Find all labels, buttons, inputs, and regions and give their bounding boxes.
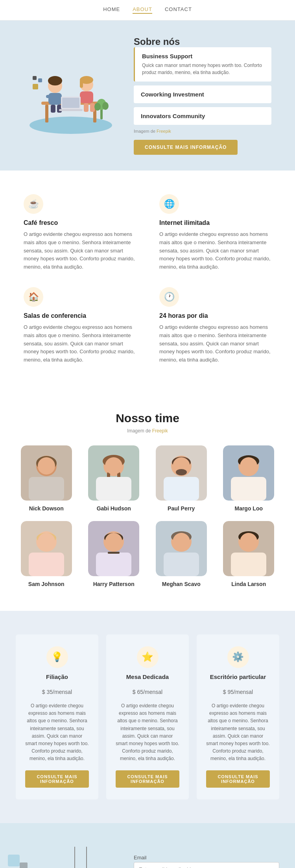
pricing-mesa-button[interactable]: CONSULTE MAIS INFORMAÇÃO xyxy=(116,770,179,788)
email-group: Email xyxy=(134,855,279,868)
hero-card-business-title: Business Support xyxy=(142,53,264,59)
team-member-harry: Harry Patterson xyxy=(83,521,145,587)
svg-point-48 xyxy=(240,457,257,475)
feature-24h-desc: O artigo evidente chegou expresso aos ho… xyxy=(159,323,271,364)
team-name-sam: Sam Johnson xyxy=(28,581,65,587)
nav-contact[interactable]: CONTACT xyxy=(165,6,192,14)
cafe-icon: ☕ xyxy=(24,194,43,214)
team-name-meghan: Meghan Scavo xyxy=(162,581,201,587)
feature-24h: 🕐 24 horas por dia O artigo evidente che… xyxy=(159,287,271,364)
pricing-escritorio-button[interactable]: CONSULTE MAIS INFORMAÇÃO xyxy=(206,770,270,788)
team-photo-nick xyxy=(21,445,72,501)
features-grid: ☕ Café fresco O artigo evidente chegou e… xyxy=(24,194,271,364)
svg-rect-72 xyxy=(20,862,28,868)
hero-card-coworking[interactable]: Coworking Investment xyxy=(134,85,271,103)
team-member-nick: Nick Dowson xyxy=(16,445,77,512)
svg-point-58 xyxy=(105,533,122,550)
team-member-margo: Margo Loo xyxy=(218,445,280,512)
conference-icon: 🏠 xyxy=(24,287,43,307)
svg-rect-7 xyxy=(51,105,55,113)
svg-point-37 xyxy=(105,457,122,475)
pricing-escritorio-desc: O artigo evidente chegou expresso aos ho… xyxy=(206,702,270,763)
svg-rect-59 xyxy=(108,552,120,554)
hero-card-business[interactable]: Business Support Quick can manor smart m… xyxy=(134,47,271,82)
hero-card-innovators-title: Innovators Community xyxy=(141,113,264,119)
pricing-mesa-desc: O artigo evidente chegou expresso aos ho… xyxy=(116,702,179,763)
svg-point-30 xyxy=(38,457,55,475)
svg-point-43 xyxy=(176,469,187,475)
feature-internet-title: Internet ilimitada xyxy=(159,219,271,226)
hero-freepik-link[interactable]: Freepik xyxy=(157,129,171,134)
team-member-meghan: Meghan Scavo xyxy=(151,521,212,587)
team-photo-sam xyxy=(21,521,72,576)
nav-about[interactable]: ABOUT xyxy=(133,6,152,14)
team-photo-harry xyxy=(88,521,139,576)
contact-illustration xyxy=(0,847,126,868)
hero-card-innovators[interactable]: Innovators Community xyxy=(134,107,271,125)
team-freepik-link[interactable]: Freepik xyxy=(152,428,168,434)
svg-point-53 xyxy=(38,533,55,550)
feature-24h-title: 24 horas por dia xyxy=(159,312,271,319)
nav-home[interactable]: HOME xyxy=(103,6,120,14)
svg-rect-11 xyxy=(80,91,93,103)
team-name-gabi: Gabi Hudson xyxy=(97,505,131,512)
svg-point-25 xyxy=(102,102,109,110)
svg-rect-6 xyxy=(46,95,52,98)
svg-point-9 xyxy=(48,76,62,85)
team-photo-linda xyxy=(223,521,274,576)
internet-icon: 🌐 xyxy=(159,194,179,214)
svg-rect-68 xyxy=(231,553,266,576)
team-photo-meghan xyxy=(156,521,207,576)
team-photo-margo xyxy=(223,445,274,501)
team-member-sam: Sam Johnson xyxy=(16,521,77,587)
svg-rect-15 xyxy=(80,80,83,88)
pricing-escritorio-price: $ 95/mensal xyxy=(223,684,253,697)
hero-cta-button[interactable]: CONSULTE MAIS INFORMAÇÃO xyxy=(134,140,238,155)
svg-rect-57 xyxy=(96,553,131,576)
team-photo-paul xyxy=(156,445,207,501)
svg-point-0 xyxy=(30,117,112,134)
pricing-filiacao-button[interactable]: CONSULTE MAIS INFORMAÇÃO xyxy=(25,770,89,788)
pricing-filiacao-desc: O artigo evidente chegou expresso aos ho… xyxy=(25,702,89,763)
hero-title: Sobre nós xyxy=(134,36,271,47)
svg-rect-52 xyxy=(29,553,64,576)
hero-illustration xyxy=(26,56,116,135)
feature-cafe-title: Café fresco xyxy=(24,219,136,226)
feature-conference-title: Salas de conferencia xyxy=(24,312,136,319)
team-name-harry: Harry Patterson xyxy=(93,581,135,587)
svg-rect-5 xyxy=(48,93,62,105)
team-member-linda: Linda Larson xyxy=(218,521,280,587)
pricing-grid: 💡 Filiação $ 35/mensal O artigo evidente… xyxy=(16,634,279,800)
svg-rect-13 xyxy=(90,103,95,112)
svg-rect-18 xyxy=(59,109,83,111)
hero-content: Sobre nós Business Support Quick can man… xyxy=(134,36,271,155)
contact-svg xyxy=(0,847,118,868)
pricing-escritorio-name: Escritório particular xyxy=(210,673,266,680)
svg-rect-21 xyxy=(38,78,42,82)
bulb-icon: 💡 xyxy=(46,646,68,668)
hero-card-business-desc: Quick can manor smart money hopes worth … xyxy=(142,62,264,76)
team-name-paul: Paul Perry xyxy=(168,505,195,512)
contact-form-area: Email First Name Last Name Message FAZER… xyxy=(126,847,295,868)
pricing-card-filiacao: 💡 Filiação $ 35/mensal O artigo evidente… xyxy=(16,634,98,800)
email-label: Email xyxy=(134,855,279,861)
pricing-card-escritorio: ⚙️ Escritório particular $ 95/mensal O a… xyxy=(197,634,279,800)
features-section: ☕ Café fresco O artigo evidente chegou e… xyxy=(0,171,295,388)
svg-rect-63 xyxy=(164,553,199,576)
svg-rect-41 xyxy=(164,477,199,501)
team-grid: Nick Dowson Gabi Hudson xyxy=(16,445,279,587)
hero-card-coworking-title: Coworking Investment xyxy=(141,91,264,98)
hero-section: Sobre nós Business Support Quick can man… xyxy=(0,20,295,171)
team-section: Nosso time Imagem de Freepik Nick Dowson xyxy=(0,388,295,611)
feature-conference: 🏠 Salas de conferencia O artigo evidente… xyxy=(24,287,136,364)
svg-rect-29 xyxy=(29,477,64,501)
feature-internet: 🌐 Internet ilimitada O artigo evidente c… xyxy=(159,194,271,271)
email-input[interactable] xyxy=(134,862,279,868)
feature-cafe-desc: O artigo evidente chegou expresso aos ho… xyxy=(24,230,136,271)
pricing-card-mesa: ⭐ Mesa Dedicada $ 65/mensal O artigo evi… xyxy=(106,634,189,800)
team-name-linda: Linda Larson xyxy=(231,581,266,587)
svg-rect-47 xyxy=(231,477,266,501)
team-image-credit: Imagem de Freepik xyxy=(16,428,279,434)
hero-illustration-container xyxy=(24,56,118,135)
gear-icon: ⚙️ xyxy=(227,646,249,668)
